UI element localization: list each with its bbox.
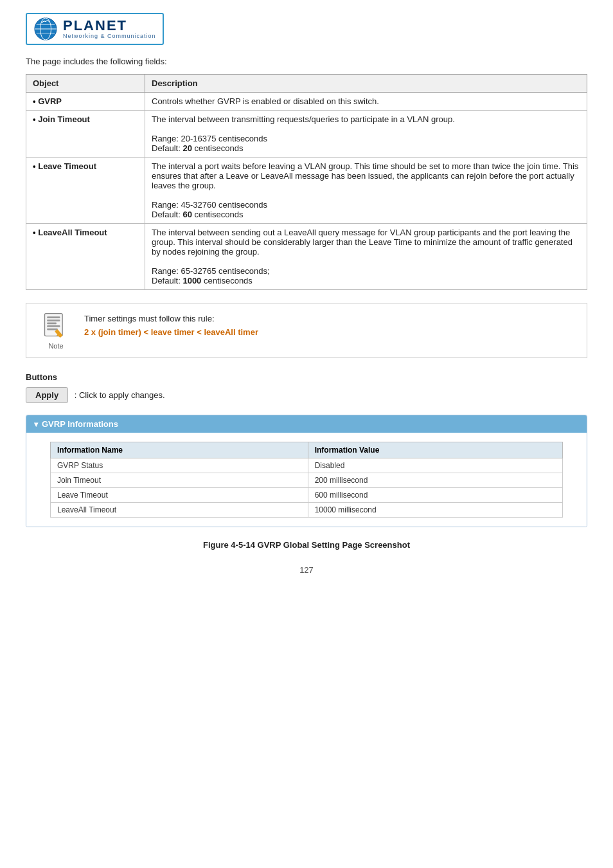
table-row: • Join Timeout The interval between tran… [26,111,587,158]
leave-timeout-label: Leave Timeout [38,161,96,171]
info-value-cell: 200 millisecond [308,473,562,488]
col-object: Object [26,75,145,93]
logo-planet-text: PLANET [63,19,156,33]
object-gvrp: • GVRP [26,93,145,111]
svg-rect-6 [47,316,60,318]
info-col-value: Information Value [308,442,562,458]
panel-arrow-icon: ▾ [34,420,38,429]
info-value-cell: 600 millisecond [308,488,562,503]
table-row: • LeaveAll Timeout The interval between … [26,224,587,290]
buttons-title: Buttons [26,372,587,382]
apply-desc: : Click to apply changes. [75,390,165,400]
svg-rect-7 [47,320,60,321]
svg-rect-10 [47,329,58,330]
join-timeout-label: Join Timeout [38,114,90,124]
gvrp-panel-header: ▾ GVRP Informations [26,415,587,433]
gvrp-panel: ▾ GVRP Informations Information Name Inf… [26,415,587,527]
apply-row: Apply : Click to apply changes. [26,387,587,403]
gvrp-panel-title: GVRP Informations [42,419,118,429]
info-col-name: Information Name [51,442,308,458]
apply-button[interactable]: Apply [26,387,68,403]
table-row: • GVRP Controls whether GVRP is enabled … [26,93,587,111]
note-label: Note [48,342,63,350]
figure-caption-text: Figure 4-5-14 GVRP Global Setting Page S… [203,540,410,550]
list-item: GVRP StatusDisabled [51,458,563,473]
object-leaveall-timeout: • LeaveAll Timeout [26,224,145,290]
note-intro: Timer settings must follow this rule: [84,314,576,323]
leaveall-timeout-label: LeaveAll Timeout [38,228,107,237]
gvrp-label: GVRP [38,96,62,106]
fields-table: Object Description • GVRP Controls wheth… [26,74,587,290]
join-timeout-desc: The interval between transmitting reques… [145,111,587,158]
leave-timeout-desc: The interval a port waits before leaving… [145,158,587,224]
logo-box: PLANET Networking & Communication [26,13,164,45]
list-item: Join Timeout200 millisecond [51,473,563,488]
note-rule: 2 x (join timer) < leave timer < leaveAl… [84,327,576,337]
info-value-cell: 10000 millisecond [308,503,562,518]
note-icon-area: Note [37,311,75,350]
info-table: Information Name Information Value GVRP … [50,442,563,518]
bullet-gvrp: • [33,96,36,106]
list-item: LeaveAll Timeout10000 millisecond [51,503,563,518]
info-value-cell: Disabled [308,458,562,473]
intro-text: The page includes the following fields: [26,57,587,66]
table-row: • Leave Timeout The interval a port wait… [26,158,587,224]
col-description: Description [145,75,587,93]
note-box: Note Timer settings must follow this rul… [26,303,587,358]
svg-rect-8 [47,322,57,324]
info-name-cell: LeaveAll Timeout [51,503,308,518]
page-number: 127 [26,565,587,575]
note-content: Timer settings must follow this rule: 2 … [84,311,576,341]
info-name-cell: Join Timeout [51,473,308,488]
gvrp-panel-body: Information Name Information Value GVRP … [26,433,587,527]
header: PLANET Networking & Communication [26,13,587,45]
object-leave-timeout: • Leave Timeout [26,158,145,224]
info-name-cell: GVRP Status [51,458,308,473]
note-icon [41,311,71,341]
list-item: Leave Timeout600 millisecond [51,488,563,503]
gvrp-desc: Controls whether GVRP is enabled or disa… [145,93,587,111]
logo-sub-text: Networking & Communication [63,33,156,39]
object-join-timeout: • Join Timeout [26,111,145,158]
info-name-cell: Leave Timeout [51,488,308,503]
svg-rect-9 [47,325,60,327]
figure-caption: Figure 4-5-14 GVRP Global Setting Page S… [26,540,587,550]
buttons-section: Buttons Apply : Click to apply changes. [26,372,587,403]
leaveall-timeout-desc: The interval between sending out a Leave… [145,224,587,290]
logo-globe-icon [33,17,58,41]
